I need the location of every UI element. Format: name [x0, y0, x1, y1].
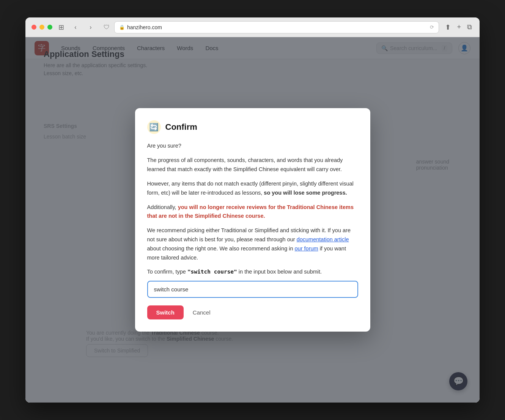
modal-icon: 🔄 — [147, 120, 161, 134]
share-button[interactable]: ⬆ — [444, 22, 452, 33]
forward-button[interactable]: › — [85, 22, 96, 33]
sidebar-toggle-button[interactable]: ⊞ — [57, 22, 66, 33]
modal-para3-prefix: Additionally, — [147, 204, 178, 210]
modal-para2: However, any items that do not match exa… — [147, 179, 358, 198]
browser-window: ⊞ ‹ › 🛡 🔒 hanzihero.com ⟳ ⬆ + ⧉ 字 Sounds… — [25, 17, 480, 403]
minimize-button[interactable] — [39, 25, 44, 30]
documentation-link[interactable]: documentation article — [297, 236, 349, 242]
switch-icon: 🔄 — [149, 123, 159, 132]
modal-para3-bold: you will no longer receive reviews for t… — [147, 204, 354, 219]
modal-overlay: 🔄 Confirm Are you sure? The progress of … — [25, 37, 480, 403]
modal-actions: Switch Cancel — [147, 305, 358, 319]
modal-title: Confirm — [165, 122, 197, 132]
modal-para3: Additionally, you will no longer receive… — [147, 203, 358, 221]
modal-body: Are you sure? The progress of all compon… — [147, 142, 358, 263]
confirm-instruction-suffix: in the input box below and submit. — [237, 269, 322, 275]
address-bar[interactable]: 🔒 hanzihero.com ⟳ — [114, 21, 439, 33]
browser-titlebar: ⊞ ‹ › 🛡 🔒 hanzihero.com ⟳ ⬆ + ⧉ — [25, 17, 480, 37]
confirm-modal: 🔄 Confirm Are you sure? The progress of … — [135, 108, 370, 332]
traffic-lights — [31, 25, 52, 30]
are-you-sure: Are you sure? — [147, 142, 358, 151]
modal-para4: We recommend picking either Traditional … — [147, 226, 358, 263]
forum-link[interactable]: our forum — [295, 245, 318, 252]
modal-para4-mid: about choosing the right one. We also re… — [147, 245, 295, 252]
url-text: hanzihero.com — [127, 24, 162, 30]
maximize-button[interactable] — [47, 25, 52, 30]
back-button[interactable]: ‹ — [70, 22, 81, 33]
modal-para1: The progress of all components, sounds, … — [147, 156, 358, 174]
lock-icon: 🔒 — [119, 25, 125, 30]
shield-icon: 🛡 — [104, 24, 110, 31]
browser-actions: ⬆ + ⧉ — [444, 22, 474, 33]
confirm-code: "switch course" — [187, 269, 237, 275]
confirm-input[interactable]: switch course — [147, 281, 358, 298]
close-button[interactable] — [31, 25, 36, 30]
browser-controls-right: ⟳ — [430, 24, 434, 30]
cancel-button[interactable]: Cancel — [190, 305, 214, 319]
confirm-instruction: To confirm, type "switch course" in the … — [147, 269, 358, 275]
app-content: 字 Sounds Components Characters Words Doc… — [25, 37, 480, 403]
modal-header: 🔄 Confirm — [147, 120, 358, 134]
new-tab-button[interactable]: + — [455, 22, 463, 33]
modal-para2-bold: so you will lose some progress. — [264, 190, 347, 196]
confirm-instruction-prefix: To confirm, type — [147, 269, 187, 275]
switch-button[interactable]: Switch — [147, 305, 184, 319]
tab-overview-button[interactable]: ⧉ — [466, 22, 474, 33]
